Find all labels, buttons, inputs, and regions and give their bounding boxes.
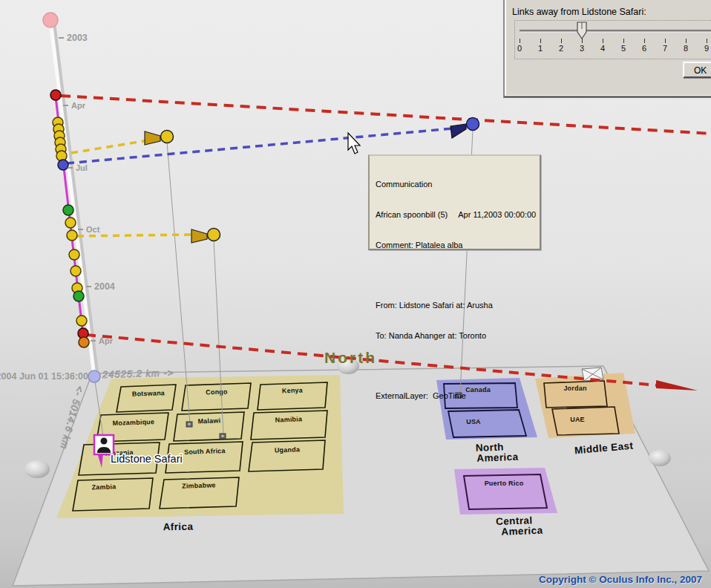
slider-tick-number: 6 <box>640 44 649 53</box>
link-line-red-top[interactable] <box>61 96 711 134</box>
slider-tick <box>582 39 583 43</box>
event-flag-yellow[interactable] <box>145 131 174 146</box>
country-label: Namibia <box>275 415 304 423</box>
timeline-tick-label: Apr <box>71 101 86 110</box>
event-dot[interactable] <box>50 90 61 100</box>
event-tooltip: Communication African spoonbill (5)Apr 1… <box>368 154 541 250</box>
event-dot[interactable] <box>63 205 73 215</box>
slider-tick-number: 8 <box>681 44 690 53</box>
event-dot[interactable] <box>69 249 79 260</box>
ok-button[interactable]: OK <box>683 62 711 78</box>
country-label: Puerto Rico <box>485 480 524 487</box>
event-dot[interactable] <box>73 291 84 301</box>
slider-tick <box>520 39 520 43</box>
event-dot[interactable] <box>79 337 89 347</box>
event-dot[interactable] <box>71 266 81 276</box>
timeline-tick-label: Oct <box>86 225 100 234</box>
decoration-sphere <box>649 450 671 466</box>
horizontal-distance-label: 24525.2 km -> <box>102 367 174 380</box>
slider-tick <box>623 39 624 43</box>
event-dot[interactable] <box>58 160 68 170</box>
country-label: Mozambique <box>112 418 154 427</box>
region-label-africa: Africa <box>163 521 193 533</box>
country-label: USA <box>466 418 481 425</box>
links-dialog-title: Links away from Lidstone Safari: <box>512 7 646 17</box>
event-flag-yellow[interactable] <box>191 229 220 244</box>
entity-label: Lidstone Safari <box>111 453 183 465</box>
event-dot[interactable] <box>65 218 76 228</box>
time-axis-shadow <box>53 22 96 378</box>
links-dialog: Links away from Lidstone Safari: 0123456… <box>503 0 711 98</box>
slider-tick <box>603 39 603 43</box>
current-time-label: 2004 Jun 01 15:36:00 <box>0 371 88 382</box>
tooltip-event-line: African spoonbill (5)Apr 11,2003 00:00:0… <box>376 210 540 220</box>
slider-tick <box>665 39 666 43</box>
slider-tick <box>644 39 645 43</box>
tooltip-type: Communication <box>376 180 540 190</box>
time-axis[interactable] <box>50 20 94 376</box>
country-label: Jordan <box>563 385 586 392</box>
slider-tick-number: 7 <box>661 44 669 53</box>
event-dot[interactable] <box>67 230 77 241</box>
tooltip-external-layer: ExternalLayer: GeoTime <box>376 391 540 402</box>
slider-tick-number: 1 <box>536 44 545 53</box>
country-label: Congo <box>206 388 228 396</box>
copyright-text: Copyright © Oculus Info Inc., 2007 <box>539 574 702 585</box>
event-flag-blue[interactable] <box>450 118 479 139</box>
country-label: Zimbabwe <box>182 481 216 490</box>
country-label: Kenya <box>282 386 304 394</box>
tooltip-comment: Comment: Platalea alba <box>376 241 540 251</box>
slider-tick-number: 9 <box>702 44 711 53</box>
timeline-tick-label: 2004 <box>94 281 115 292</box>
event-dot[interactable] <box>76 316 87 326</box>
timeline-tick-label: 2003 <box>67 33 88 43</box>
slider-tick-number: 3 <box>577 44 586 53</box>
link-line-yellow-2[interactable] <box>77 235 191 236</box>
country-label: South Africa <box>184 447 226 456</box>
country-label: Uganda <box>275 445 301 454</box>
country-label: Zambia <box>91 483 117 491</box>
timeline-tick-label: Jul <box>76 163 88 172</box>
geotime-viewport: Botswana Congo Kenya Mozambique Malawi N… <box>0 0 711 588</box>
links-slider-thumb[interactable] <box>577 22 589 41</box>
slider-tick <box>686 39 687 43</box>
slider-tick-number: 2 <box>557 44 566 53</box>
country-label: UAE <box>570 416 585 423</box>
tooltip-to: To: Nanda Ahanger at: Toronto <box>376 331 540 342</box>
country-label: Malawi <box>197 416 220 425</box>
slider-tick <box>540 39 541 43</box>
event-dot[interactable] <box>88 370 100 382</box>
slider-tick <box>561 39 562 43</box>
slider-tick <box>707 39 707 43</box>
timeline-tick-label: Apr <box>99 336 114 345</box>
north-label: North <box>324 349 377 366</box>
decoration-sphere <box>24 460 50 478</box>
country-label: Botswana <box>132 389 166 398</box>
links-slider-track[interactable] <box>520 30 711 33</box>
link-line-yellow-1[interactable] <box>71 140 148 153</box>
tooltip-from: From: Lidstone Safari at: Arusha <box>376 301 540 311</box>
slider-tick-number: 4 <box>598 44 607 53</box>
link-arrowhead-red <box>656 380 698 391</box>
event-dot[interactable] <box>43 13 58 27</box>
slider-focus-outline <box>514 20 711 59</box>
slider-tick-number: 5 <box>619 44 628 53</box>
slider-tick-number: 0 <box>515 44 524 53</box>
